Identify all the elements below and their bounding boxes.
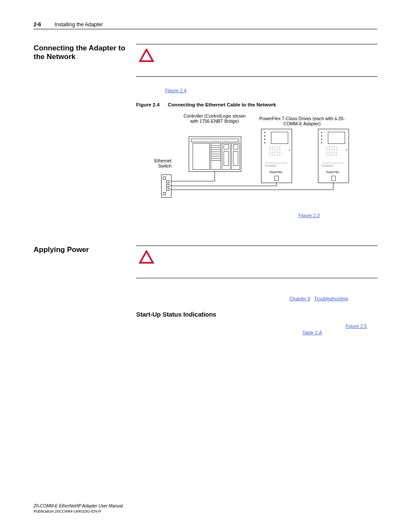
attention-block-applying: ATTENTION: Risk of equipment damage, inj… (136, 246, 377, 278)
footer-publication: Publication 20COMM-UM010G-EN-P (34, 509, 123, 514)
body-text-steps: 1. Remove power from the drive. 2. Use s… (136, 81, 377, 94)
ethernet-switch (161, 174, 171, 198)
link-troubleshooting[interactable]: Troubleshooting (314, 296, 348, 301)
attention-icon (138, 249, 155, 274)
attention-text-applying: ATTENTION: Risk of equipment damage, inj… (159, 249, 376, 274)
figure-number: Figure 2.4 (136, 102, 159, 107)
chapter-name: Installing the Adapter (55, 22, 103, 28)
body-text-startup: Status indicators for the drive and comm… (136, 323, 377, 336)
section-heading-applying: Applying Power (34, 246, 136, 254)
footer-title: 20-COMM-E EtherNet/IP Adapter User Manua… (34, 503, 123, 509)
page-footer: 20-COMM-E EtherNet/IP Adapter User Manua… (34, 503, 123, 514)
body-text-apply-power: Install the drive cover, and apply power… (136, 283, 377, 302)
drive-2: ○○○○○○○○○○○○○○○○○○○○ • ▭ ▭▭▭▭ PowerFlex (318, 129, 349, 183)
controller-label: Controller (ControlLogix shown with 1756… (182, 113, 247, 124)
drives-label: PowerFlex 7-Class Drives (each with a 20… (257, 116, 347, 127)
attention-text-connecting: ATTENTION: Risk of injury or death exist… (159, 47, 376, 73)
link-chapter-9[interactable]: Chapter 9 (290, 296, 310, 301)
attention-block-connecting: ATTENTION: Risk of injury or death exist… (136, 44, 377, 77)
controller-device (189, 137, 241, 172)
page-number: 2-6 (34, 22, 41, 28)
sub-heading-startup: Start-Up Status Indications (136, 311, 377, 318)
drive-1: ○○○○○○○○○○○○○○○○○○○○ • ▭ ▭▭▭▭ PowerFlex (261, 129, 292, 183)
section-heading-connecting: Connecting the Adapter to the Network (34, 44, 136, 62)
link-figure-2-5[interactable]: Figure 2.5 (346, 324, 367, 329)
link-figure-2-3[interactable]: Figure 2.3 (299, 213, 320, 218)
figure-caption: Figure 2.4 Connecting the Ethernet Cable… (136, 102, 377, 107)
attention-icon (138, 47, 155, 73)
page-header: 2-6 Installing the Adapter (34, 22, 377, 29)
network-diagram: Controller (ControlLogix shown with 1756… (146, 113, 352, 204)
switch-label: Ethernet Switch (146, 158, 171, 169)
figure-title: Connecting the Ethernet Cable to the Net… (168, 102, 276, 107)
body-text-step4: 4. Route the other end of the Ethernet c… (136, 212, 377, 226)
link-table-2a[interactable]: Table 2.A (302, 330, 322, 335)
link-figure-2-4[interactable]: Figure 2.4 (165, 88, 187, 93)
